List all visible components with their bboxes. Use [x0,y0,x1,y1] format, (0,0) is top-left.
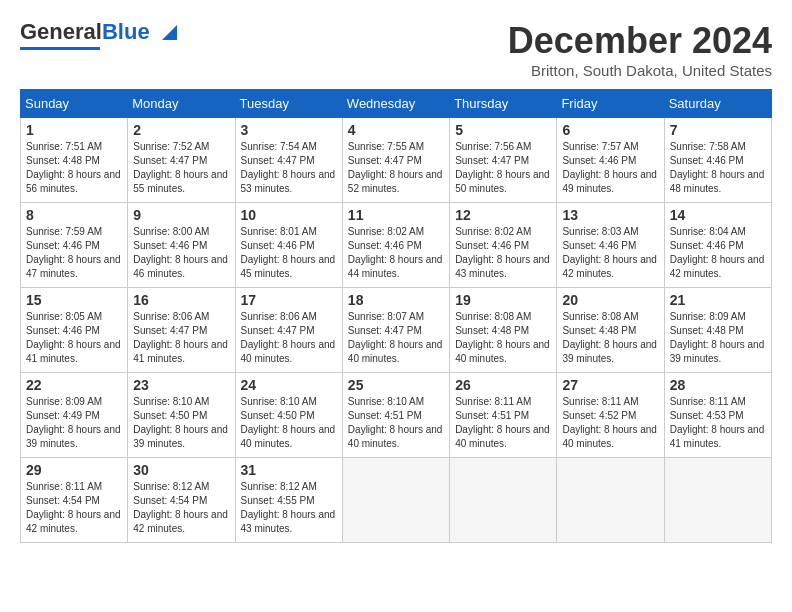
page-header: GeneralBlue December 2024 Britton, South… [20,20,772,79]
day-info: Sunrise: 7:57 AMSunset: 4:46 PMDaylight:… [562,141,657,194]
day-cell-17: 17 Sunrise: 8:06 AMSunset: 4:47 PMDaylig… [235,288,342,373]
day-cell-11: 11 Sunrise: 8:02 AMSunset: 4:46 PMDaylig… [342,203,449,288]
day-cell-20: 20 Sunrise: 8:08 AMSunset: 4:48 PMDaylig… [557,288,664,373]
day-cell-4: 4 Sunrise: 7:55 AMSunset: 4:47 PMDayligh… [342,118,449,203]
day-number: 11 [348,207,444,223]
day-cell-29: 29 Sunrise: 8:11 AMSunset: 4:54 PMDaylig… [21,458,128,543]
day-number: 13 [562,207,658,223]
day-number: 18 [348,292,444,308]
day-info: Sunrise: 8:03 AMSunset: 4:46 PMDaylight:… [562,226,657,279]
day-info: Sunrise: 8:10 AMSunset: 4:50 PMDaylight:… [133,396,228,449]
week-row-3: 15 Sunrise: 8:05 AMSunset: 4:46 PMDaylig… [21,288,772,373]
day-cell-19: 19 Sunrise: 8:08 AMSunset: 4:48 PMDaylig… [450,288,557,373]
day-cell-14: 14 Sunrise: 8:04 AMSunset: 4:46 PMDaylig… [664,203,771,288]
month-title: December 2024 [508,20,772,62]
day-cell-12: 12 Sunrise: 8:02 AMSunset: 4:46 PMDaylig… [450,203,557,288]
day-cell-1: 1 Sunrise: 7:51 AMSunset: 4:48 PMDayligh… [21,118,128,203]
day-info: Sunrise: 8:12 AMSunset: 4:54 PMDaylight:… [133,481,228,534]
week-row-5: 29 Sunrise: 8:11 AMSunset: 4:54 PMDaylig… [21,458,772,543]
day-info: Sunrise: 8:02 AMSunset: 4:46 PMDaylight:… [348,226,443,279]
col-header-tuesday: Tuesday [235,90,342,118]
empty-cell [342,458,449,543]
day-cell-2: 2 Sunrise: 7:52 AMSunset: 4:47 PMDayligh… [128,118,235,203]
day-number: 29 [26,462,122,478]
day-info: Sunrise: 8:10 AMSunset: 4:51 PMDaylight:… [348,396,443,449]
day-info: Sunrise: 8:11 AMSunset: 4:52 PMDaylight:… [562,396,657,449]
day-number: 17 [241,292,337,308]
day-info: Sunrise: 8:06 AMSunset: 4:47 PMDaylight:… [241,311,336,364]
day-cell-9: 9 Sunrise: 8:00 AMSunset: 4:46 PMDayligh… [128,203,235,288]
calendar-table: SundayMondayTuesdayWednesdayThursdayFrid… [20,89,772,543]
day-number: 9 [133,207,229,223]
day-info: Sunrise: 8:09 AMSunset: 4:48 PMDaylight:… [670,311,765,364]
day-cell-13: 13 Sunrise: 8:03 AMSunset: 4:46 PMDaylig… [557,203,664,288]
col-header-friday: Friday [557,90,664,118]
col-header-thursday: Thursday [450,90,557,118]
day-info: Sunrise: 7:55 AMSunset: 4:47 PMDaylight:… [348,141,443,194]
day-info: Sunrise: 8:00 AMSunset: 4:46 PMDaylight:… [133,226,228,279]
logo: GeneralBlue [20,20,182,50]
day-info: Sunrise: 8:11 AMSunset: 4:51 PMDaylight:… [455,396,550,449]
day-info: Sunrise: 7:56 AMSunset: 4:47 PMDaylight:… [455,141,550,194]
day-number: 20 [562,292,658,308]
logo-icon [152,15,182,45]
day-number: 8 [26,207,122,223]
day-cell-31: 31 Sunrise: 8:12 AMSunset: 4:55 PMDaylig… [235,458,342,543]
day-info: Sunrise: 7:52 AMSunset: 4:47 PMDaylight:… [133,141,228,194]
day-info: Sunrise: 8:09 AMSunset: 4:49 PMDaylight:… [26,396,121,449]
day-number: 15 [26,292,122,308]
day-number: 7 [670,122,766,138]
day-info: Sunrise: 7:59 AMSunset: 4:46 PMDaylight:… [26,226,121,279]
day-info: Sunrise: 7:51 AMSunset: 4:48 PMDaylight:… [26,141,121,194]
day-cell-5: 5 Sunrise: 7:56 AMSunset: 4:47 PMDayligh… [450,118,557,203]
day-number: 14 [670,207,766,223]
day-info: Sunrise: 7:54 AMSunset: 4:47 PMDaylight:… [241,141,336,194]
day-number: 21 [670,292,766,308]
day-number: 4 [348,122,444,138]
day-number: 10 [241,207,337,223]
day-info: Sunrise: 8:10 AMSunset: 4:50 PMDaylight:… [241,396,336,449]
day-cell-23: 23 Sunrise: 8:10 AMSunset: 4:50 PMDaylig… [128,373,235,458]
day-info: Sunrise: 7:58 AMSunset: 4:46 PMDaylight:… [670,141,765,194]
day-cell-27: 27 Sunrise: 8:11 AMSunset: 4:52 PMDaylig… [557,373,664,458]
col-header-wednesday: Wednesday [342,90,449,118]
day-number: 12 [455,207,551,223]
day-cell-7: 7 Sunrise: 7:58 AMSunset: 4:46 PMDayligh… [664,118,771,203]
week-row-1: 1 Sunrise: 7:51 AMSunset: 4:48 PMDayligh… [21,118,772,203]
day-info: Sunrise: 8:11 AMSunset: 4:54 PMDaylight:… [26,481,121,534]
week-row-2: 8 Sunrise: 7:59 AMSunset: 4:46 PMDayligh… [21,203,772,288]
day-info: Sunrise: 8:05 AMSunset: 4:46 PMDaylight:… [26,311,121,364]
day-number: 31 [241,462,337,478]
empty-cell [450,458,557,543]
day-cell-22: 22 Sunrise: 8:09 AMSunset: 4:49 PMDaylig… [21,373,128,458]
empty-cell [664,458,771,543]
day-info: Sunrise: 8:11 AMSunset: 4:53 PMDaylight:… [670,396,765,449]
week-row-4: 22 Sunrise: 8:09 AMSunset: 4:49 PMDaylig… [21,373,772,458]
day-cell-28: 28 Sunrise: 8:11 AMSunset: 4:53 PMDaylig… [664,373,771,458]
day-number: 30 [133,462,229,478]
day-number: 28 [670,377,766,393]
day-number: 25 [348,377,444,393]
day-number: 22 [26,377,122,393]
day-info: Sunrise: 8:02 AMSunset: 4:46 PMDaylight:… [455,226,550,279]
day-number: 5 [455,122,551,138]
svg-marker-0 [162,25,177,40]
day-cell-10: 10 Sunrise: 8:01 AMSunset: 4:46 PMDaylig… [235,203,342,288]
empty-cell [557,458,664,543]
day-number: 27 [562,377,658,393]
day-number: 16 [133,292,229,308]
day-info: Sunrise: 8:01 AMSunset: 4:46 PMDaylight:… [241,226,336,279]
day-info: Sunrise: 8:07 AMSunset: 4:47 PMDaylight:… [348,311,443,364]
col-header-sunday: Sunday [21,90,128,118]
day-cell-24: 24 Sunrise: 8:10 AMSunset: 4:50 PMDaylig… [235,373,342,458]
day-number: 3 [241,122,337,138]
day-number: 24 [241,377,337,393]
col-header-monday: Monday [128,90,235,118]
day-info: Sunrise: 8:04 AMSunset: 4:46 PMDaylight:… [670,226,765,279]
day-info: Sunrise: 8:08 AMSunset: 4:48 PMDaylight:… [455,311,550,364]
title-block: December 2024 Britton, South Dakota, Uni… [508,20,772,79]
day-cell-25: 25 Sunrise: 8:10 AMSunset: 4:51 PMDaylig… [342,373,449,458]
day-number: 2 [133,122,229,138]
day-cell-30: 30 Sunrise: 8:12 AMSunset: 4:54 PMDaylig… [128,458,235,543]
day-cell-18: 18 Sunrise: 8:07 AMSunset: 4:47 PMDaylig… [342,288,449,373]
